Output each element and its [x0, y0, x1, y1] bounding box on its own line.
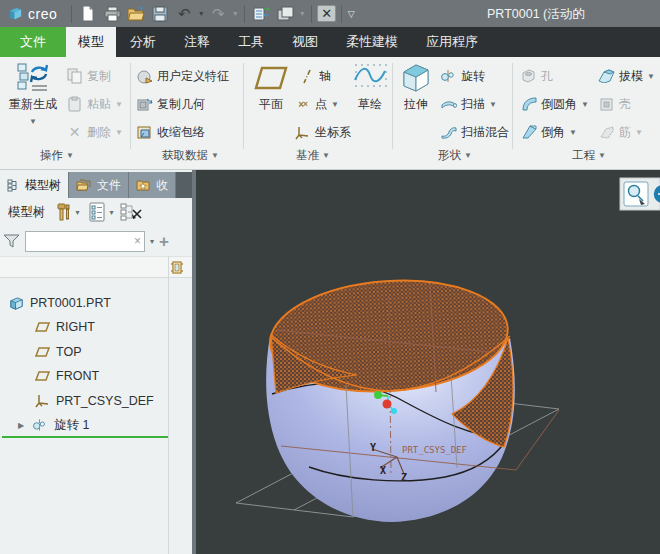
creo-logo-icon [8, 6, 23, 21]
datum-csys-button[interactable]: 坐标系 [294, 120, 351, 144]
print-button[interactable] [101, 3, 123, 25]
filter-funnel-icon[interactable] [0, 230, 22, 252]
model-tree-icon [7, 179, 20, 192]
rib-button: 筋 ▼ [598, 120, 643, 144]
regenerate-dropdown[interactable]: ▼ [29, 117, 37, 126]
chamfer-dropdown[interactable]: ▼ [569, 128, 577, 137]
tab-analysis[interactable]: 分析 [116, 27, 170, 57]
undo-button[interactable]: ↶ [173, 3, 195, 25]
axis-label-x: X [380, 465, 386, 476]
sweep-icon [440, 96, 457, 113]
tab-applications[interactable]: 应用程序 [412, 27, 492, 57]
graphics-viewport[interactable]: Y X Z PRT_CSYS_DEF [196, 170, 660, 554]
tree-search-input[interactable] [26, 232, 144, 251]
datum-axis-button[interactable]: 轴 [298, 64, 331, 88]
windows-button[interactable] [274, 3, 296, 25]
axis-icon [298, 68, 315, 85]
tree-settings-button[interactable] [86, 201, 108, 223]
axis-label-z: Z [401, 472, 407, 483]
udf-icon [136, 68, 153, 85]
viewport-canvas[interactable]: Y X Z PRT_CSYS_DEF [196, 170, 660, 554]
panel-tab-model-tree[interactable]: 模型树 [0, 172, 69, 198]
tab-file[interactable]: 文件 [0, 27, 66, 57]
app-logo: creo [0, 6, 67, 22]
csys-point-green[interactable] [374, 391, 382, 399]
sketch-button[interactable]: 草绘 [350, 60, 390, 113]
divider [243, 63, 244, 149]
revolve-button[interactable]: 旋转 [440, 64, 485, 88]
chamfer-button[interactable]: 倒角 ▼ [520, 120, 577, 144]
search-clear-icon[interactable]: × [134, 234, 141, 248]
expander-icon[interactable]: ▶ [18, 421, 26, 430]
datum-plane-big-icon [253, 60, 289, 96]
tree-item-front-plane[interactable]: FRONT [34, 365, 99, 387]
point-dropdown[interactable]: ▼ [331, 100, 339, 109]
filter-add-button[interactable]: + [159, 233, 169, 250]
point-icon: ×× [294, 96, 311, 113]
sketch-icon [353, 60, 387, 96]
tree-show-button[interactable] [120, 201, 142, 223]
tab-flexible-modeling[interactable]: 柔性建模 [332, 27, 412, 57]
close-window-button[interactable]: ✕ [317, 5, 336, 22]
tab-annotate[interactable]: 注释 [170, 27, 224, 57]
datum-point-button[interactable]: ×× 点 ▼ [294, 92, 339, 116]
divider [311, 5, 312, 23]
regenerate-label: 重新生成 [9, 96, 57, 113]
delete-icon: ✕ [66, 124, 83, 141]
column-settings-icon[interactable] [170, 260, 184, 275]
group-engineering[interactable]: 工程▼ [572, 148, 606, 163]
shell-icon [598, 96, 615, 113]
search-dropdown[interactable]: ▾ [150, 237, 154, 246]
datum-plane-button[interactable]: 平面 [248, 60, 294, 113]
panel-tab-favorites[interactable]: 收 [129, 172, 176, 198]
shrinkwrap-button[interactable]: 收缩包络 [136, 120, 205, 144]
tree-item-csys[interactable]: PRT_CSYS_DEF [34, 390, 154, 412]
csys-point-cyan[interactable] [391, 408, 397, 414]
title-bar: creo ↶ ▾ ↷ ▾ ▾ ✕ ▽ PRT0001 (活动的 [0, 0, 660, 27]
tree-item-revolve-1[interactable]: ▶ 旋转 1 [18, 414, 89, 436]
tree-item-top-plane[interactable]: TOP [34, 341, 81, 363]
tree-tools-button[interactable] [52, 201, 74, 223]
tab-tools[interactable]: 工具 [224, 27, 278, 57]
save-button[interactable] [149, 3, 171, 25]
new-file-button[interactable] [77, 3, 99, 25]
panel-tab-folder-browser[interactable]: 文件 [69, 172, 129, 198]
copy-geometry-button[interactable]: 复制几何 [136, 92, 205, 116]
tree-settings-dropdown[interactable]: ▾ [110, 208, 114, 217]
sweep-button[interactable]: 扫描 ▼ [440, 92, 497, 116]
csys-point-red[interactable] [383, 400, 392, 409]
group-datum[interactable]: 基准▼ [296, 148, 330, 163]
datum-plane-icon [34, 344, 50, 360]
tree-item-part[interactable]: PRT0001.PRT [8, 292, 111, 314]
group-get-data[interactable]: 获取数据▼ [162, 148, 219, 163]
tree-insert-indicator[interactable] [2, 436, 168, 438]
revolve-icon [440, 68, 457, 85]
group-operations[interactable]: 操作▼ [40, 148, 74, 163]
delete-dropdown: ▼ [115, 128, 123, 137]
user-defined-feature-button[interactable]: 用户定义特征 [136, 64, 229, 88]
tree-item-right-plane[interactable]: RIGHT [34, 316, 95, 338]
tab-model[interactable]: 模型 [66, 27, 116, 57]
tab-view[interactable]: 视图 [278, 27, 332, 57]
tree-column-header[interactable] [0, 256, 192, 278]
toolbar-options-dropdown[interactable]: ▽ [346, 9, 356, 19]
hole-icon [520, 68, 537, 85]
regenerate-manager-button[interactable] [250, 3, 272, 25]
sweep-dropdown[interactable]: ▼ [489, 100, 497, 109]
model-tree-panel: 模型树 文件 收 模型树 ▾ ▾ × ▾ + PRT0001.PRT [0, 170, 196, 554]
datum-plane-icon [34, 319, 50, 335]
app-name: creo [28, 6, 57, 22]
extrude-button[interactable]: 拉伸 [396, 60, 436, 113]
draft-button[interactable]: 拔模 ▼ [598, 64, 655, 88]
divider [512, 63, 513, 149]
round-button[interactable]: 倒圆角 ▼ [520, 92, 589, 116]
group-shapes[interactable]: 形状▼ [438, 148, 472, 163]
windows-dropdown: ▾ [297, 9, 307, 18]
draft-dropdown[interactable]: ▼ [647, 72, 655, 81]
open-button[interactable] [125, 3, 147, 25]
tree-tools-dropdown[interactable]: ▾ [76, 208, 80, 217]
undo-dropdown[interactable]: ▾ [196, 9, 206, 18]
regenerate-button[interactable]: 重新生成 ▼ [4, 60, 62, 126]
round-dropdown[interactable]: ▼ [581, 100, 589, 109]
swept-blend-button[interactable]: 扫描混合 [440, 120, 509, 144]
